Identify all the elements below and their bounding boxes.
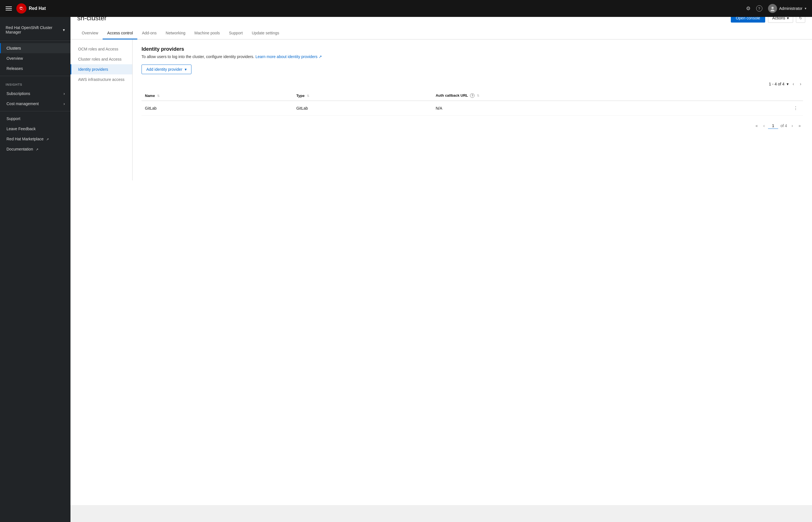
pagination-next-button[interactable]: › bbox=[798, 81, 803, 87]
user-dropdown-icon: ▾ bbox=[805, 6, 806, 11]
auth-callback-help-icon[interactable]: ? bbox=[470, 93, 475, 98]
sidebar-subscriptions-arrow: › bbox=[63, 91, 65, 96]
row-auth-callback-url: N/A bbox=[432, 101, 788, 116]
pagination-top: 1 - 4 of 4 ▾ ‹ › bbox=[141, 81, 803, 87]
add-idp-label: Add identity provider bbox=[146, 67, 182, 72]
user-name: Administrator bbox=[779, 6, 803, 11]
nav-item-ocm-roles[interactable]: OCM roles and Access bbox=[71, 44, 132, 54]
content-area: Clusters › sh-cluster sh-cluster Open co… bbox=[71, 0, 812, 505]
col-type: Type ⇅ bbox=[293, 91, 432, 101]
tab-machine-pools[interactable]: Machine pools bbox=[190, 27, 224, 39]
svg-point-2 bbox=[771, 7, 774, 9]
pagination-page-input[interactable] bbox=[768, 123, 778, 129]
settings-icon[interactable]: ⚙ bbox=[746, 5, 751, 12]
marketplace-external-icon: ↗ bbox=[46, 138, 49, 141]
pagination-prev-button[interactable]: ‹ bbox=[791, 81, 796, 87]
idp-section-title: Identity providers bbox=[141, 46, 803, 52]
tab-content: OCM roles and Access Cluster roles and A… bbox=[71, 39, 812, 180]
tab-support[interactable]: Support bbox=[224, 27, 247, 39]
documentation-external-icon: ↗ bbox=[36, 148, 38, 151]
sidebar-cost-arrow: › bbox=[63, 101, 65, 106]
table-row: GitLab GitLab N/A ⋮ bbox=[141, 101, 803, 116]
pagination-last-button[interactable]: » bbox=[796, 122, 803, 129]
type-sort-icon[interactable]: ⇅ bbox=[307, 94, 309, 98]
main-content: Clusters › sh-cluster sh-cluster Open co… bbox=[71, 0, 812, 505]
row-name: GitLab bbox=[141, 101, 293, 116]
nav-item-aws-infrastructure[interactable]: AWS infrastructure access bbox=[71, 75, 132, 84]
row-actions-cell: ⋮ bbox=[788, 101, 803, 116]
col-actions bbox=[788, 91, 803, 101]
nav-left: Red Hat bbox=[6, 3, 46, 14]
row-type: GitLab bbox=[293, 101, 432, 116]
pagination-of-label: of 4 bbox=[780, 123, 787, 128]
tabs-bar: Overview Access control Add-ons Networki… bbox=[71, 27, 812, 39]
pagination-first-button[interactable]: « bbox=[753, 122, 760, 129]
name-sort-icon[interactable]: ⇅ bbox=[157, 94, 160, 98]
sidebar-divider-2 bbox=[0, 76, 71, 76]
tab-access-control[interactable]: Access control bbox=[103, 27, 137, 39]
pagination-count: 1 - 4 of 4 bbox=[769, 82, 785, 86]
help-icon[interactable]: ? bbox=[756, 5, 763, 12]
sidebar-subscriptions-label: Subscriptions bbox=[6, 91, 30, 96]
tab-overview[interactable]: Overview bbox=[77, 27, 103, 39]
redhat-logo-icon bbox=[16, 3, 26, 14]
sidebar-item-clusters[interactable]: Clusters bbox=[0, 43, 71, 53]
table-body: GitLab GitLab N/A ⋮ bbox=[141, 101, 803, 116]
pagination-bottom: « ‹ of 4 › » bbox=[141, 122, 803, 129]
sidebar-item-overview[interactable]: Overview bbox=[0, 53, 71, 63]
col-auth-callback-url: Auth callback URL ? ⇅ bbox=[432, 91, 788, 101]
sidebar-item-subscriptions[interactable]: Subscriptions › bbox=[0, 88, 71, 99]
hamburger-menu[interactable] bbox=[6, 6, 12, 11]
sidebar-item-documentation[interactable]: Documentation ↗ bbox=[0, 144, 71, 154]
sidebar-app-title-text: Red Hat OpenShift Cluster Manager bbox=[6, 25, 63, 34]
sidebar-leave-feedback-label: Leave Feedback bbox=[6, 126, 36, 131]
add-idp-dropdown-icon: ▾ bbox=[185, 67, 187, 72]
row-kebab-menu-button[interactable]: ⋮ bbox=[792, 105, 799, 111]
sidebar-app-title[interactable]: Red Hat OpenShift Cluster Manager ▾ bbox=[0, 21, 71, 38]
svg-point-0 bbox=[16, 3, 26, 14]
identity-providers-table: Name ⇅ Type ⇅ Auth callback URL ? ⇅ bbox=[141, 91, 803, 116]
nav-item-cluster-roles[interactable]: Cluster roles and Access bbox=[71, 54, 132, 64]
sidebar-item-clusters-label: Clusters bbox=[6, 46, 21, 51]
auth-sort-icon[interactable]: ⇅ bbox=[477, 94, 479, 97]
tab-addons[interactable]: Add-ons bbox=[137, 27, 161, 39]
sidebar-item-releases[interactable]: Releases bbox=[0, 63, 71, 74]
sidebar-item-cost-management[interactable]: Cost management › bbox=[0, 99, 71, 109]
top-navigation: Red Hat ⚙ ? Administrator ▾ bbox=[0, 0, 812, 17]
sidebar-support-label: Support bbox=[6, 116, 20, 121]
logo: Red Hat bbox=[16, 3, 46, 14]
idp-description: To allow users to log into the cluster, … bbox=[141, 54, 803, 59]
pagination-bottom-prev-button[interactable]: ‹ bbox=[761, 122, 767, 129]
nav-item-identity-providers[interactable]: Identity providers bbox=[71, 64, 132, 75]
pagination-bottom-next-button[interactable]: › bbox=[789, 122, 795, 129]
sidebar-marketplace-label: Red Hat Marketplace ↗ bbox=[6, 137, 49, 141]
learn-more-external-icon: ↗ bbox=[319, 54, 322, 59]
sidebar-insights-label: INSIGHTS bbox=[0, 78, 71, 88]
sidebar-documentation-label: Documentation ↗ bbox=[6, 147, 38, 152]
sidebar-item-overview-label: Overview bbox=[6, 56, 23, 61]
sidebar-divider-1 bbox=[0, 41, 71, 41]
tab-networking[interactable]: Networking bbox=[161, 27, 190, 39]
sidebar-item-releases-label: Releases bbox=[6, 66, 23, 71]
logo-text: Red Hat bbox=[29, 6, 46, 11]
sidebar-cost-label: Cost management bbox=[6, 101, 39, 106]
user-avatar-icon bbox=[770, 6, 775, 11]
sidebar-app-dropdown-icon: ▾ bbox=[63, 27, 65, 32]
idp-learn-more-link[interactable]: Learn more about identity providers ↗ bbox=[255, 54, 322, 59]
sidebar-item-marketplace[interactable]: Red Hat Marketplace ↗ bbox=[0, 134, 71, 144]
sidebar-item-leave-feedback[interactable]: Leave Feedback bbox=[0, 124, 71, 134]
nav-right: ⚙ ? Administrator ▾ bbox=[746, 4, 806, 13]
sidebar: Red Hat OpenShift Cluster Manager ▾ Clus… bbox=[0, 17, 71, 505]
table-header: Name ⇅ Type ⇅ Auth callback URL ? ⇅ bbox=[141, 91, 803, 101]
avatar bbox=[768, 4, 777, 13]
identity-providers-panel: Identity providers To allow users to log… bbox=[133, 39, 812, 180]
svg-point-3 bbox=[771, 9, 774, 11]
user-menu[interactable]: Administrator ▾ bbox=[768, 4, 806, 13]
sidebar-item-support[interactable]: Support bbox=[0, 114, 71, 124]
col-name: Name ⇅ bbox=[141, 91, 293, 101]
tab-update-settings[interactable]: Update settings bbox=[247, 27, 284, 39]
svg-point-1 bbox=[22, 8, 23, 10]
add-identity-provider-button[interactable]: Add identity provider ▾ bbox=[141, 64, 192, 74]
pagination-top-drop-icon[interactable]: ▾ bbox=[787, 82, 789, 86]
access-control-sidebar: OCM roles and Access Cluster roles and A… bbox=[71, 39, 133, 180]
